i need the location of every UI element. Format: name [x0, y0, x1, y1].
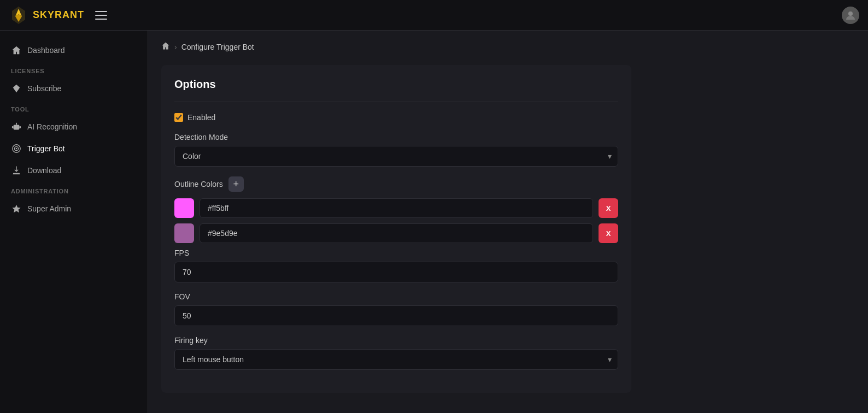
color-swatch-1[interactable]	[174, 198, 194, 218]
sidebar-item-ai-recognition[interactable]: AI Recognition	[0, 116, 148, 138]
options-divider	[174, 102, 618, 102]
main-content: › Configure Trigger Bot Options Enabled …	[148, 31, 868, 413]
topbar-left: SKYRANT	[9, 5, 109, 25]
color-input-1[interactable]	[200, 198, 593, 218]
sidebar-item-subscribe[interactable]: Subscribe	[0, 78, 148, 99]
detection-mode-label: Detection Mode	[174, 133, 618, 141]
sidebar-label-subscribe: Subscribe	[27, 84, 61, 93]
sidebar-item-super-admin[interactable]: Super Admin	[0, 198, 148, 220]
user-avatar[interactable]	[842, 7, 859, 24]
color-input-2[interactable]	[200, 223, 593, 243]
logo-text: SKYRANT	[33, 9, 84, 21]
remove-color-button-2[interactable]: X	[599, 223, 618, 243]
sidebar-label-ai-recognition: AI Recognition	[27, 122, 77, 131]
svg-marker-4	[13, 85, 20, 92]
hamburger-line-3	[95, 19, 107, 20]
detection-mode-select[interactable]: Color AI	[174, 146, 618, 167]
firing-key-wrapper: Left mouse button Right mouse button Mid…	[174, 349, 618, 370]
sidebar-item-trigger-bot[interactable]: Trigger Bot	[0, 138, 148, 160]
color-row-1: X	[174, 198, 618, 218]
sidebar-label-dashboard: Dashboard	[27, 46, 65, 55]
svg-marker-15	[12, 205, 20, 213]
hamburger-line-2	[95, 15, 107, 16]
sidebar-item-dashboard[interactable]: Dashboard	[0, 39, 148, 61]
sidebar: Dashboard LICENSES Subscribe TOOL AI Rec…	[0, 31, 148, 413]
diamond-icon	[11, 83, 22, 94]
star-icon	[11, 203, 22, 214]
svg-rect-11	[19, 126, 21, 128]
sidebar-label-trigger-bot: Trigger Bot	[27, 144, 65, 153]
svg-rect-10	[12, 126, 14, 128]
fps-label: FPS	[174, 249, 618, 257]
color-row-2: X	[174, 223, 618, 243]
target-icon	[11, 143, 22, 154]
sidebar-item-download[interactable]: Download	[0, 160, 148, 181]
add-color-button[interactable]: +	[228, 176, 244, 192]
outline-colors-label: Outline Colors	[174, 180, 223, 188]
options-panel: Options Enabled Detection Mode Color AI …	[161, 65, 631, 393]
svg-rect-7	[17, 126, 18, 127]
sidebar-section-admin: ADMINISTRATION	[0, 181, 148, 198]
svg-rect-8	[15, 128, 17, 129]
fov-input[interactable]	[174, 305, 618, 326]
svg-point-3	[848, 11, 853, 16]
sidebar-label-super-admin: Super Admin	[27, 204, 71, 213]
hamburger-button[interactable]	[93, 9, 109, 22]
download-icon	[11, 165, 22, 176]
topbar: SKYRANT	[0, 0, 868, 31]
logo: SKYRANT	[9, 5, 84, 25]
sidebar-section-tool: TOOL	[0, 99, 148, 116]
breadcrumb-separator: ›	[174, 43, 177, 51]
sidebar-section-licenses: LICENSES	[0, 61, 148, 78]
outline-colors-header: Outline Colors +	[174, 176, 618, 192]
firing-key-select[interactable]: Left mouse button Right mouse button Mid…	[174, 349, 618, 370]
color-swatch-2[interactable]	[174, 223, 194, 243]
enabled-label: Enabled	[187, 113, 215, 122]
avatar-icon	[845, 10, 856, 21]
hamburger-line-1	[95, 11, 107, 12]
fov-label: FOV	[174, 292, 618, 301]
breadcrumb-current: Configure Trigger Bot	[181, 43, 254, 51]
sidebar-label-download: Download	[27, 166, 61, 175]
svg-rect-6	[15, 126, 16, 127]
svg-point-14	[16, 148, 17, 150]
svg-rect-5	[14, 125, 20, 129]
breadcrumb: › Configure Trigger Bot	[161, 42, 855, 52]
enabled-checkbox[interactable]	[174, 113, 183, 122]
svg-rect-9	[16, 123, 17, 125]
robot-icon	[11, 121, 22, 132]
enabled-row: Enabled	[174, 113, 618, 122]
breadcrumb-home-icon[interactable]	[161, 42, 170, 52]
options-title: Options	[174, 78, 618, 91]
layout: Dashboard LICENSES Subscribe TOOL AI Rec…	[0, 31, 868, 413]
logo-icon	[9, 5, 28, 25]
firing-key-label: Firing key	[174, 336, 618, 345]
detection-mode-wrapper: Color AI ▾	[174, 146, 618, 167]
remove-color-button-1[interactable]: X	[599, 198, 618, 218]
home-icon	[11, 45, 22, 56]
fps-input[interactable]	[174, 262, 618, 282]
